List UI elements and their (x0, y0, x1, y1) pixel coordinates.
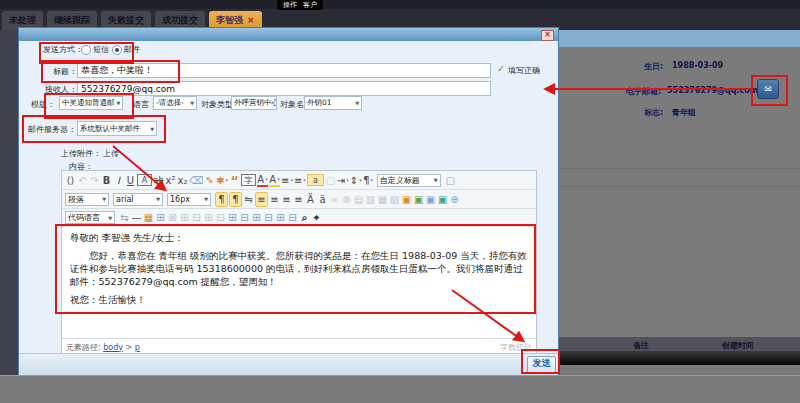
italic-icon[interactable]: I (113, 174, 124, 187)
flash-icon[interactable]: ▥ (365, 193, 376, 206)
para-spacing-icon[interactable]: ¶▾ (363, 174, 374, 187)
upload-link[interactable]: 上传 (103, 148, 119, 159)
undo-icon[interactable]: ↶ (77, 174, 88, 187)
align-left-icon[interactable]: ≡ (255, 192, 268, 207)
pinyin-icon[interactable]: Ä (305, 193, 316, 206)
font-family-select[interactable]: arial▼ (113, 193, 163, 206)
path-link-p[interactable]: p (135, 343, 140, 352)
email-radio[interactable] (112, 45, 122, 55)
editor-content-area[interactable]: 尊敬的 李智强 先生/女士： 您好，恭喜您在 青年组 级别的比赛中获奖。您所获得… (62, 227, 536, 338)
split-col-icon[interactable]: ⊟ (287, 211, 298, 224)
remark-column-header: 备注 (633, 340, 649, 351)
editor-toolbar-row3: 代码语言▼ ⇆—▦⊞⊠⊞⊟⊞⊟⊞⊟⊞⊟⊞⊟⌕⌖ (62, 209, 536, 227)
source-code-icon[interactable]: ⟨⟩ (65, 174, 76, 187)
align-justify-icon[interactable]: ≡ (293, 193, 304, 206)
scrawl-icon[interactable]: ▣ (425, 193, 436, 206)
paste-icon[interactable]: ▢ (325, 174, 336, 187)
menu-item-operation[interactable]: 操作 (283, 0, 297, 10)
subscript-icon[interactable]: x₂ (177, 174, 188, 187)
screenshot-icon[interactable]: ▣ (437, 193, 448, 206)
align-right-icon[interactable]: ≡ (281, 193, 292, 206)
custom-title-select[interactable]: 自定义标题▼ (377, 174, 441, 187)
email-value: 552376279@qq.com (667, 86, 758, 95)
bold-icon[interactable]: B (101, 174, 112, 187)
emotion-icon[interactable]: ▣ (413, 193, 424, 206)
fullscreen-icon[interactable]: ▢ (445, 174, 456, 187)
tab-close-icon[interactable]: × (247, 15, 255, 25)
superscript-icon[interactable]: x² (165, 174, 176, 187)
anchor-icon[interactable]: ▤ (353, 193, 364, 206)
language-select[interactable]: -请选择-▼ (153, 96, 197, 110)
map-icon[interactable]: ⊕ (449, 193, 460, 206)
unlink-icon[interactable]: ⊗ (341, 193, 352, 206)
send-button[interactable]: 发送 (527, 356, 556, 373)
blockquote-icon[interactable]: “ (229, 174, 240, 187)
word-count-label: 字数统计 (500, 342, 532, 353)
menu-item-customer[interactable]: 客户 (303, 0, 317, 10)
insert-table-icon[interactable]: ⊞ (155, 211, 166, 224)
link-icon[interactable]: ∞ (329, 193, 340, 206)
underline-icon[interactable]: U (125, 174, 136, 187)
find-icon[interactable]: ⌖ (311, 211, 322, 224)
attachment-icon[interactable]: ▧ (389, 193, 400, 206)
pagebreak-icon[interactable]: ⇆ (119, 211, 130, 224)
delete-table-icon[interactable]: ⊠ (167, 211, 178, 224)
search-replace-icon[interactable]: ⌕ (299, 211, 310, 224)
font-color-icon[interactable]: A▾ (257, 174, 268, 187)
object-name-select[interactable]: 外销01▼ (304, 96, 362, 110)
paragraph-select[interactable]: 段落▼ (65, 193, 109, 206)
recipient-label: 接收人： (45, 84, 77, 95)
format-brush-icon[interactable]: ✎ (204, 174, 215, 187)
editor-toolbar-row2: 段落▼ arial▼ 16px▼ ¶¶⇋≡≡≡≡Ää∞⊗▤▥▦▧▣▣▣▣⊕ (62, 190, 536, 209)
delete-col-icon[interactable]: ⊟ (215, 211, 226, 224)
font-border-icon[interactable]: A (137, 174, 152, 186)
media-icon[interactable]: ▦ (377, 193, 388, 206)
bg-color-icon[interactable]: A▾ (269, 174, 280, 187)
sms-radio[interactable] (81, 45, 91, 55)
left-background-column (0, 30, 18, 375)
email-radio-label[interactable]: 邮件 (124, 44, 140, 55)
delete-row-icon[interactable]: ⊟ (191, 211, 202, 224)
object-type-select[interactable]: 外呼营销中心▼ (231, 96, 277, 110)
dialog-titlebar[interactable] (19, 28, 558, 41)
send-email-icon[interactable]: ✉ (757, 79, 779, 99)
insert-row-icon[interactable]: ⊞ (179, 211, 190, 224)
rtl-icon[interactable]: ¶ (229, 192, 242, 207)
element-path-label: 元素路径: (66, 343, 101, 352)
line-height-icon[interactable]: ⇕▾ (350, 174, 362, 187)
title-input[interactable] (77, 63, 491, 78)
template-select[interactable]: 中奖通知普通邮▼ (59, 96, 123, 110)
code-language-select[interactable]: 代码语言▼ (65, 211, 115, 224)
horizontal-rule-icon[interactable]: — (131, 211, 142, 224)
split-row-icon[interactable]: ⊞ (275, 211, 286, 224)
text-direction-icon[interactable]: ⇋ (243, 193, 254, 206)
split-cell-icon[interactable]: ⊟ (239, 211, 250, 224)
path-link-body[interactable]: body (103, 343, 123, 352)
indent-icon[interactable]: ⇥▾ (337, 174, 349, 187)
mail-server-select[interactable]: 系统默认中奖邮件▼ (77, 121, 157, 136)
recipient-input[interactable] (77, 81, 491, 96)
rich-text-editor: ⟨⟩↶↷BIUAabx²x₂⌫✎✱▾“字A▾A▾≡▾≡▾a▢⇥▾⇕▾¶▾ 自定义… (61, 170, 537, 356)
dialog-close-icon[interactable]: × (541, 30, 554, 41)
ltr-icon[interactable]: ¶ (215, 192, 228, 207)
eraser-icon[interactable]: ⌫ (189, 174, 203, 187)
context-menu: 操作 客户 (277, 0, 323, 10)
ordered-list-icon[interactable]: ≡▾ (281, 174, 293, 187)
merge-down-icon[interactable]: ⊟ (263, 211, 274, 224)
cn-style-icon[interactable]: 字 (241, 174, 256, 186)
image-icon[interactable]: ▣ (401, 193, 412, 206)
merge-right-icon[interactable]: ⊞ (251, 211, 262, 224)
unordered-list-icon[interactable]: ≡▾ (294, 174, 306, 187)
align-center-icon[interactable]: ≡ (269, 193, 280, 206)
insert-col-icon[interactable]: ⊞ (203, 211, 214, 224)
remove-format-icon[interactable]: ✱▾ (216, 174, 228, 187)
case-convert-icon[interactable]: ä (317, 193, 328, 206)
redo-icon[interactable]: ↷ (89, 174, 100, 187)
merge-cells-icon[interactable]: ⊞ (227, 211, 238, 224)
bg-table-header: 备注 创建时间 (559, 337, 800, 351)
sms-radio-label[interactable]: 短信 (93, 44, 109, 55)
strikethrough-icon[interactable]: ab (153, 174, 164, 187)
font-size-select[interactable]: 16px▼ (167, 193, 211, 206)
autotypeset-icon[interactable]: a (307, 174, 324, 186)
template-icon[interactable]: ▦ (143, 211, 154, 224)
